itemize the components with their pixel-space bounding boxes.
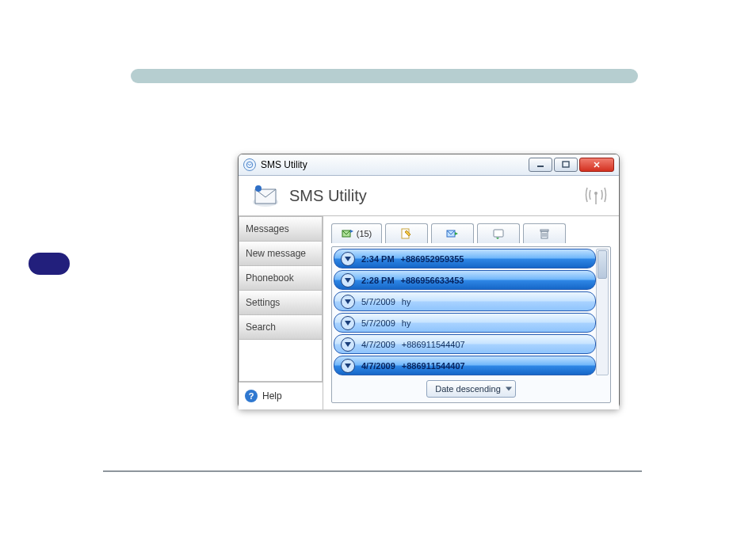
message-time: 4/7/2009 (361, 340, 395, 349)
app-title: SMS Utility (289, 187, 367, 205)
expand-icon[interactable] (341, 316, 355, 330)
divider-bottom (103, 470, 642, 472)
scrollbar[interactable] (596, 249, 609, 375)
window-title: SMS Utility (261, 159, 307, 170)
message-from: hy (402, 318, 411, 328)
sidebar-item-new-message[interactable]: New message (239, 242, 323, 266)
sidebar-item-messages[interactable]: Messages (239, 216, 323, 242)
message-time: 2:34 PM (361, 254, 395, 264)
chevron-down-icon (506, 387, 512, 391)
svg-marker-22 (345, 364, 351, 368)
sidebar-item-label: Messages (246, 223, 289, 234)
message-time: 5/7/2009 (361, 318, 395, 328)
help-icon: ? (245, 390, 258, 402)
sidebar-item-label: Phonebook (246, 272, 294, 284)
message-row[interactable]: 2:34 PM +886952959355 (334, 249, 596, 268)
edit-icon (400, 227, 413, 240)
sidebar-item-label: Settings (246, 297, 280, 308)
maximize-button[interactable] (554, 158, 578, 172)
svg-rect-13 (540, 230, 548, 231)
help-label: Help (262, 390, 282, 402)
divider-top (131, 69, 638, 83)
svg-rect-1 (537, 166, 544, 167)
window-controls (529, 158, 614, 172)
expand-icon[interactable] (341, 252, 355, 266)
expand-icon[interactable] (341, 359, 355, 373)
tab-edit[interactable] (385, 223, 428, 243)
message-row[interactable]: 2:28 PM +886956633453 (334, 270, 596, 290)
sidebar: Messages New message Phonebook Settings … (239, 216, 323, 409)
message-from: +886911544407 (402, 340, 465, 349)
svg-marker-18 (345, 278, 351, 283)
inbox-icon (342, 227, 354, 240)
tab-reply[interactable] (477, 223, 520, 243)
message-row[interactable]: 5/7/2009 hy (334, 291, 596, 311)
sidebar-item-label: Search (246, 322, 276, 333)
tab-inbox-count: (15) (357, 229, 372, 238)
sidebar-item-search[interactable]: Search (239, 315, 323, 340)
sidebar-filler (239, 340, 323, 382)
svg-marker-20 (345, 321, 351, 326)
svg-marker-19 (345, 299, 351, 304)
sidebar-item-phonebook[interactable]: Phonebook (239, 266, 323, 291)
message-from: +886956633453 (401, 276, 464, 285)
expand-icon[interactable] (341, 273, 355, 287)
svg-rect-11 (494, 230, 503, 237)
antenna-icon (584, 183, 608, 209)
help-link[interactable]: ? Help (239, 382, 323, 409)
scroll-thumb[interactable] (598, 250, 607, 279)
message-from: hy (402, 297, 411, 306)
envelope-icon (250, 180, 281, 211)
message-row[interactable]: 4/7/2009 +886911544407 (334, 356, 596, 375)
tab-delete[interactable] (523, 223, 566, 243)
message-row[interactable]: 5/7/2009 hy (334, 313, 596, 333)
svg-marker-17 (345, 257, 351, 261)
tab-send[interactable] (431, 223, 474, 243)
svg-point-5 (255, 185, 262, 192)
svg-point-7 (594, 192, 598, 195)
trash-icon (538, 227, 551, 240)
message-list: 2:34 PM +886952959355 2:28 PM +886956633… (331, 246, 611, 403)
app-header: SMS Utility (239, 176, 619, 216)
minimize-button[interactable] (529, 158, 552, 172)
app-icon (243, 158, 256, 171)
svg-marker-21 (345, 342, 351, 347)
sort-dropdown[interactable]: Date descending (426, 380, 516, 398)
close-button[interactable] (579, 158, 614, 172)
sidebar-item-label: New message (246, 248, 306, 259)
message-from: +886911544407 (402, 361, 465, 371)
sort-bar: Date descending (332, 379, 610, 399)
message-from: +886952959355 (401, 254, 464, 264)
tab-inbox[interactable]: (15) (331, 223, 382, 243)
toolbar: (15) (331, 223, 611, 243)
note-pill (29, 253, 70, 275)
app-window: SMS Utility SMS Utility (238, 154, 620, 409)
send-icon (446, 227, 459, 240)
message-time: 2:28 PM (361, 276, 395, 285)
sort-label: Date descending (435, 384, 501, 394)
sidebar-item-settings[interactable]: Settings (239, 291, 323, 315)
message-time: 5/7/2009 (361, 297, 395, 306)
title-bar[interactable]: SMS Utility (239, 154, 619, 176)
svg-rect-2 (563, 162, 569, 167)
svg-point-0 (246, 162, 253, 168)
expand-icon[interactable] (341, 295, 355, 309)
message-row[interactable]: 4/7/2009 +886911544407 (334, 334, 596, 354)
reply-icon (492, 227, 505, 240)
expand-icon[interactable] (341, 337, 355, 352)
content-panel: (15) (323, 216, 619, 409)
message-time: 4/7/2009 (361, 361, 395, 371)
